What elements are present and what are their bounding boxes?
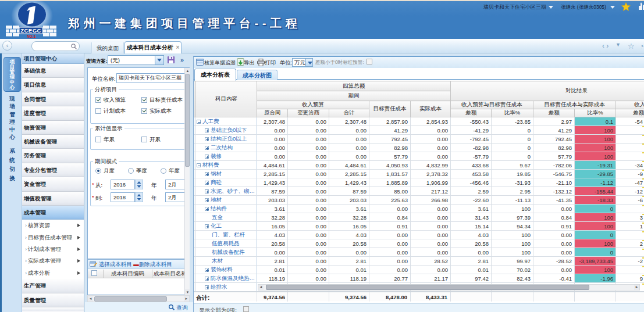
svg-text:NO.1: NO.1 bbox=[27, 34, 36, 38]
svg-text:ZCEGC: ZCEGC bbox=[20, 27, 41, 34]
